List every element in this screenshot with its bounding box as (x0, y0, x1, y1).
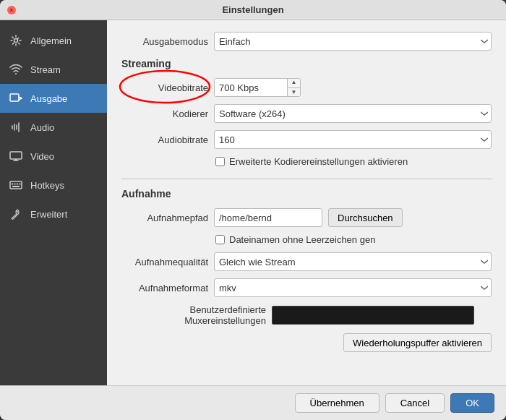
cancel-button[interactable]: Cancel (385, 393, 445, 413)
ausgabemodus-label: Ausgabemodus (121, 36, 208, 47)
sidebar-item-ausgabe-label: Ausgabe (30, 93, 67, 104)
videobitrate-down[interactable]: ▼ (288, 88, 300, 98)
videobitrate-row: Videobitrate ▲ ▼ (121, 78, 492, 97)
monitor-icon (9, 149, 23, 163)
svg-point-1 (15, 73, 17, 74)
sidebar-item-allgemein[interactable]: Allgemein (0, 26, 107, 55)
erweiterte-row: Erweiterte Kodierereinstellungen aktivie… (215, 156, 492, 167)
aufnahmeformat-select[interactable]: mkv (214, 278, 492, 297)
kodierer-container: Software (x264) (214, 104, 492, 123)
svg-rect-8 (20, 184, 21, 185)
erweiterte-checkbox[interactable] (215, 157, 225, 166)
main-content: Allgemein Stream (0, 20, 506, 385)
kodierer-row: Kodierer Software (x264) (121, 104, 492, 123)
aufnahmepfad-input[interactable] (214, 208, 322, 227)
sidebar-item-stream-label: Stream (30, 64, 61, 75)
sidebar-item-audio-label: Audio (30, 122, 54, 133)
window-title: Einstellungen (222, 4, 283, 15)
titlebar: × Einstellungen (0, 0, 506, 20)
ok-button[interactable]: OK (450, 393, 494, 413)
sidebar-item-ausgabe[interactable]: Ausgabe (0, 84, 107, 113)
svg-rect-6 (14, 184, 16, 185)
gear-icon (9, 33, 23, 48)
muxer-input-box[interactable] (272, 306, 474, 325)
audiobitrate-container: 160 (214, 130, 492, 149)
svg-rect-9 (12, 186, 20, 187)
videobitrate-spinner: ▲ ▼ (214, 78, 301, 97)
section-divider (121, 179, 492, 179)
muxer-label: Benutzerdefinierte Muxereinstellungen (121, 304, 266, 326)
videobitrate-input[interactable] (215, 78, 287, 97)
aufnahmequalitaet-container: Gleich wie Stream (214, 252, 492, 271)
dateiname-label: Dateinamen ohne Leerzeichen gen (229, 234, 375, 245)
erweiterte-label: Erweiterte Kodierereinstellungen aktivie… (229, 156, 408, 167)
wrench-icon (9, 207, 23, 221)
svg-point-10 (17, 211, 18, 213)
sidebar-item-audio[interactable]: Audio (0, 113, 107, 142)
aufnahmeformat-label: Aufnahmeformat (121, 283, 208, 293)
sidebar-item-erweitert-label: Erweitert (30, 209, 67, 220)
settings-panel: Ausgabemodus Einfach Streaming Videobitr… (107, 20, 506, 385)
audiobitrate-select[interactable]: 160 (214, 130, 492, 149)
aufnahmeformat-row: Aufnahmeformat mkv (121, 278, 492, 297)
videobitrate-up[interactable]: ▲ (288, 78, 300, 88)
sidebar-item-stream[interactable]: Stream (0, 55, 107, 84)
kodierer-select[interactable]: Software (x264) (214, 104, 492, 123)
sidebar-item-hotkeys[interactable]: Hotkeys (0, 171, 107, 200)
sidebar: Allgemein Stream (0, 20, 107, 385)
sidebar-item-video-label: Video (30, 151, 54, 162)
aufnahmequalitaet-row: Aufnahmequalität Gleich wie Stream (121, 252, 492, 271)
ausgabemodus-container: Einfach (214, 32, 492, 51)
muxer-row: Benutzerdefinierte Muxereinstellungen (121, 304, 492, 326)
footer: Übernehmen Cancel OK (0, 385, 506, 420)
audiobitrate-label: Audiobitrate (121, 134, 208, 145)
aufnahme-header: Aufnahme (121, 188, 492, 200)
svg-rect-2 (10, 94, 19, 101)
aufnahmepfad-row: Aufnahmepfad Durchsuchen (121, 208, 492, 227)
aufnahmequalitaet-label: Aufnahmequalität (121, 257, 208, 267)
streaming-header: Streaming (121, 58, 492, 69)
uebernehmen-button[interactable]: Übernehmen (295, 393, 380, 413)
svg-rect-3 (10, 152, 22, 159)
kodierer-label: Kodierer (121, 108, 208, 119)
wifi-icon (9, 62, 23, 77)
aufnahmepfad-label: Aufnahmepfad (121, 213, 208, 223)
svg-rect-5 (12, 184, 13, 185)
wiederholungs-button[interactable]: Wiederholungspuffer aktivieren (343, 333, 492, 352)
videobitrate-arrows: ▲ ▼ (287, 78, 300, 97)
keyboard-icon (9, 178, 23, 192)
sidebar-item-allgemein-label: Allgemein (30, 35, 72, 46)
videobitrate-label: Videobitrate (121, 82, 208, 93)
svg-rect-4 (10, 181, 22, 189)
settings-window: × Einstellungen Allgemein (0, 0, 506, 420)
audiobitrate-row: Audiobitrate 160 (121, 130, 492, 149)
audio-icon (9, 120, 23, 134)
svg-rect-7 (17, 184, 18, 185)
sidebar-item-erweitert[interactable]: Erweitert (0, 200, 107, 228)
ausgabemodus-select[interactable]: Einfach (214, 32, 492, 51)
durchsuchen-button[interactable]: Durchsuchen (328, 208, 403, 227)
output-icon (9, 91, 23, 106)
aufnahmequalitaet-select[interactable]: Gleich wie Stream (214, 252, 492, 271)
ausgabemodus-row: Ausgabemodus Einfach (121, 32, 492, 51)
aufnahmeformat-container: mkv (214, 278, 492, 297)
wiederholungs-row: Wiederholungspuffer aktivieren (121, 333, 492, 352)
sidebar-item-video[interactable]: Video (0, 142, 107, 171)
dateiname-checkbox[interactable] (215, 235, 225, 244)
close-button[interactable]: × (7, 6, 16, 14)
sidebar-item-hotkeys-label: Hotkeys (30, 180, 64, 191)
dateiname-row: Dateinamen ohne Leerzeichen gen (215, 234, 492, 245)
